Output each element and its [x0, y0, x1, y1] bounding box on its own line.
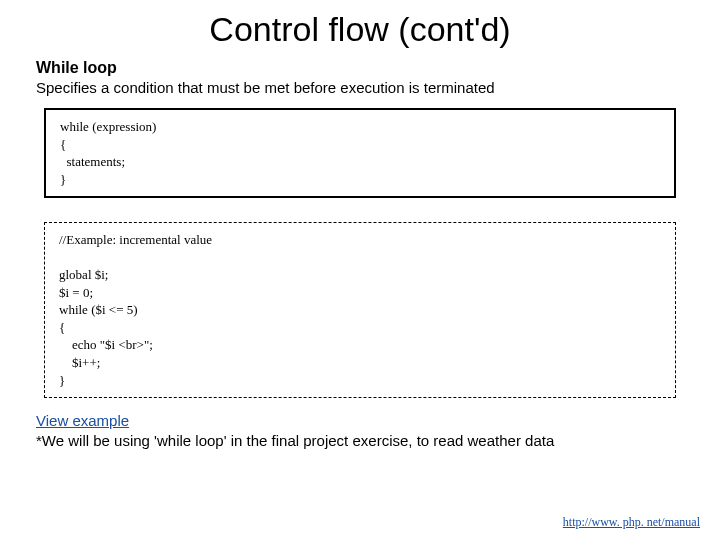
view-example-link[interactable]: View example — [36, 412, 129, 429]
page-title: Control flow (cont'd) — [36, 10, 684, 49]
section-heading: While loop — [36, 59, 684, 77]
footnote-text: *We will be using 'while loop' in the fi… — [36, 432, 684, 449]
footer-manual-link[interactable]: http://www. php. net/manual — [563, 515, 700, 530]
example-code-box: //Example: incremental value global $i; … — [44, 222, 676, 398]
syntax-code-box: while (expression) { statements; } — [44, 108, 676, 198]
section-description: Specifies a condition that must be met b… — [36, 79, 684, 96]
